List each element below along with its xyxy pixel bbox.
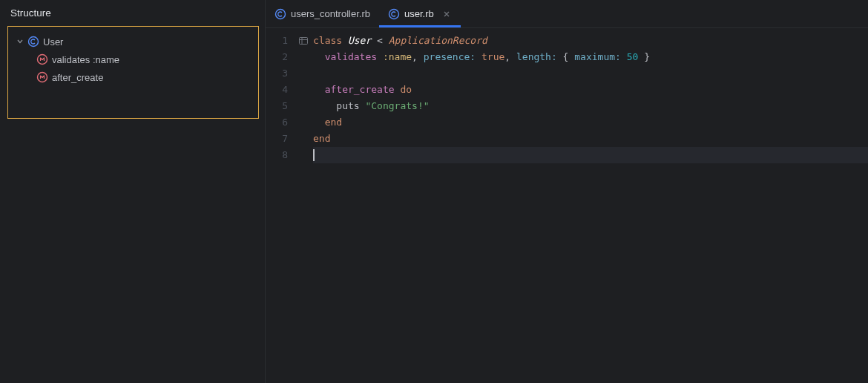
token-keyword: end [313, 133, 330, 144]
line-number: 1 [266, 33, 288, 49]
token-bool: true [481, 51, 504, 62]
tree-item-method[interactable]: after_create [8, 68, 258, 86]
token-string: "Congrats!" [365, 100, 429, 111]
svg-point-3 [276, 9, 286, 19]
tree-item-label: User [43, 36, 63, 48]
editor-gutter: 1 2 3 4 5 6 7 8 [266, 28, 312, 383]
line-numbers: 1 2 3 4 5 6 7 8 [266, 33, 295, 383]
text-cursor [313, 149, 315, 161]
structure-tree: User validates :name after_create [7, 26, 259, 119]
tree-item-label: after_create [52, 72, 103, 83]
token-class: User [348, 35, 371, 46]
token-indent [313, 84, 325, 95]
token-indent [313, 51, 325, 62]
token-indent [313, 117, 325, 128]
code-content[interactable]: class User < ApplicationRecord validates… [312, 28, 868, 383]
svg-point-0 [29, 37, 39, 47]
editor-area: users_controller.rb user.rb 1 2 3 4 5 [266, 0, 868, 383]
line-number: 4 [266, 82, 288, 98]
editor-tabs: users_controller.rb user.rb [266, 0, 868, 28]
token-punct: } [638, 51, 650, 62]
token-num: 50 [627, 51, 639, 62]
code-editor[interactable]: 1 2 3 4 5 6 7 8 class User < [266, 28, 868, 383]
svg-rect-5 [300, 38, 308, 45]
token-punct: { [563, 51, 575, 62]
structure-panel: Structure User validates :name [0, 0, 266, 383]
tree-item-class[interactable]: User [8, 33, 258, 50]
token-const: ApplicationRecord [389, 35, 487, 46]
class-icon [274, 8, 286, 20]
method-icon [36, 71, 48, 83]
token-ident: puts [336, 100, 365, 111]
method-icon [36, 53, 48, 65]
gutter-icons [295, 33, 312, 383]
token-keyword: end [325, 117, 342, 128]
line-number: 3 [266, 65, 288, 82]
line-number: 2 [266, 49, 288, 65]
tab-users-controller[interactable]: users_controller.rb [266, 0, 379, 27]
tree-item-method[interactable]: validates :name [8, 50, 258, 68]
token-key: maximum: [574, 51, 626, 62]
line-number: 8 [266, 147, 288, 163]
token-key: length: [516, 51, 563, 62]
line-number: 7 [266, 131, 288, 147]
token-method: after_create [325, 84, 401, 95]
token-symbol: :name [383, 51, 412, 62]
structure-panel-title: Structure [0, 0, 265, 26]
gutter-related-icon[interactable] [295, 33, 312, 49]
svg-point-4 [389, 9, 398, 19]
token-punct: , [412, 51, 424, 62]
tree-item-label: validates :name [52, 54, 119, 65]
close-icon[interactable] [441, 9, 452, 19]
token-punct: , [504, 51, 516, 62]
token-keyword: do [400, 84, 412, 95]
tab-user[interactable]: user.rb [379, 0, 461, 27]
tab-label: users_controller.rb [291, 8, 370, 19]
line-number: 5 [266, 98, 288, 114]
tab-label: user.rb [404, 8, 434, 19]
class-icon [27, 36, 39, 48]
line-number: 6 [266, 114, 288, 131]
class-icon [388, 8, 400, 20]
token-punct: < [371, 35, 388, 46]
token-method: validates [325, 51, 383, 62]
token-key: presence: [424, 51, 481, 62]
token-keyword: class [313, 35, 348, 46]
token-indent [313, 100, 336, 111]
chevron-down-icon[interactable] [14, 36, 26, 48]
